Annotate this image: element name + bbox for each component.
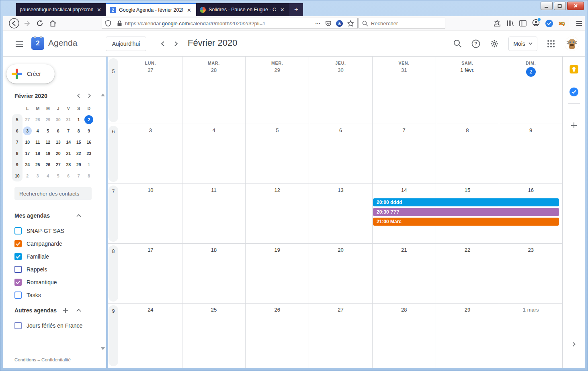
mini-day[interactable]: 17 bbox=[23, 148, 33, 159]
day-cell[interactable]: 8 bbox=[436, 124, 499, 183]
mini-day[interactable]: 28 bbox=[33, 114, 43, 125]
day-cell[interactable]: JEU.30 bbox=[309, 57, 372, 124]
mini-day[interactable]: 29 bbox=[74, 159, 84, 170]
mini-day[interactable]: 13 bbox=[53, 137, 64, 148]
view-selector[interactable]: Mois bbox=[508, 37, 537, 51]
mini-day[interactable]: 20 bbox=[53, 148, 64, 159]
mini-day[interactable]: 27 bbox=[53, 159, 64, 170]
mini-day[interactable]: 25 bbox=[33, 159, 43, 170]
day-cell[interactable]: 20 bbox=[309, 244, 372, 303]
extension-check-icon[interactable] bbox=[545, 20, 553, 27]
my-calendars-header[interactable]: Mes agendas bbox=[14, 212, 95, 219]
day-cell[interactable]: 9 bbox=[499, 124, 562, 183]
tasks-icon[interactable] bbox=[570, 88, 578, 96]
day-cell[interactable]: 1 mars bbox=[499, 304, 562, 368]
day-cell[interactable]: 18 bbox=[182, 244, 246, 303]
address-bar[interactable]: https://calendar.google.com/calendar/r/m… bbox=[102, 18, 358, 29]
day-cell[interactable]: 19 bbox=[245, 244, 309, 303]
day-cell[interactable]: 22 bbox=[436, 244, 499, 303]
mini-day[interactable]: 28 bbox=[64, 159, 74, 170]
mini-day[interactable]: 4 bbox=[43, 170, 53, 181]
day-cell[interactable]: 25 bbox=[182, 304, 246, 368]
maximize-button[interactable] bbox=[554, 2, 566, 10]
calendar-logo[interactable]: 2 bbox=[31, 37, 44, 50]
scroll-up-icon[interactable] bbox=[101, 94, 105, 96]
event-chip[interactable]: 20:00 dddd bbox=[373, 198, 559, 206]
chevron-up-icon[interactable] bbox=[76, 309, 81, 312]
mini-day[interactable]: 6 bbox=[53, 125, 64, 137]
day-cell[interactable]: 3 bbox=[119, 124, 182, 183]
mini-day[interactable]: 21 bbox=[64, 148, 74, 159]
mini-day[interactable]: 7 bbox=[64, 125, 74, 137]
calendar-search-icon[interactable] bbox=[453, 39, 462, 48]
mini-day[interactable]: 15 bbox=[74, 137, 84, 148]
today-circle[interactable]: 2 bbox=[526, 67, 536, 77]
calendar-item[interactable]: Romantique bbox=[3, 276, 106, 289]
get-addons-icon[interactable] bbox=[571, 122, 577, 130]
event-chip[interactable]: 21:00 Marc bbox=[373, 218, 559, 226]
mini-day[interactable]: 8 bbox=[84, 170, 94, 181]
day-cell[interactable]: 10 bbox=[119, 184, 182, 243]
calendar-item[interactable]: SNAP-GT SAS bbox=[3, 224, 106, 237]
pocket-icon[interactable] bbox=[325, 20, 332, 26]
day-cell[interactable]: 11 bbox=[182, 184, 246, 243]
mini-day[interactable]: 19 bbox=[43, 148, 53, 159]
day-cell[interactable]: 28 bbox=[372, 304, 436, 368]
reload-button[interactable] bbox=[34, 17, 46, 29]
day-cell[interactable]: 6 bbox=[309, 124, 372, 183]
checkbox-unchecked[interactable] bbox=[14, 266, 22, 273]
tab-ical[interactable]: pauseenfugue.fr/cli/ical.php?cronT ✕ bbox=[16, 3, 106, 16]
day-cell[interactable]: 29 bbox=[436, 304, 499, 368]
mini-day[interactable]: 2 bbox=[23, 170, 33, 181]
scroll-down-icon[interactable] bbox=[101, 347, 105, 350]
avatar[interactable] bbox=[565, 37, 579, 51]
url-text[interactable]: https://calendar.google.com/calendar/r/m… bbox=[125, 20, 315, 26]
calendar-item[interactable]: Jours fériés en France bbox=[3, 319, 106, 332]
mini-day[interactable]: 8 bbox=[74, 125, 84, 137]
mini-day[interactable]: 23 bbox=[84, 148, 94, 159]
mini-day[interactable]: 31 bbox=[64, 114, 74, 125]
mini-day[interactable]: 12 bbox=[43, 137, 53, 148]
checkbox-checked[interactable] bbox=[14, 279, 22, 286]
tab-close-icon[interactable]: ✕ bbox=[279, 6, 286, 13]
day-cell-today[interactable]: DIM.2 bbox=[499, 57, 562, 124]
day-cell[interactable]: 12 bbox=[245, 184, 309, 243]
bookmark-star-icon[interactable] bbox=[347, 20, 354, 27]
mini-day[interactable]: 24 bbox=[23, 159, 33, 170]
day-cell[interactable]: 4 bbox=[182, 124, 246, 183]
settings-gear-icon[interactable] bbox=[490, 39, 499, 48]
mini-next-icon[interactable] bbox=[84, 92, 95, 100]
home-button[interactable] bbox=[47, 17, 59, 29]
checkbox-checked[interactable] bbox=[14, 253, 22, 260]
mini-day[interactable]: 1 bbox=[74, 114, 84, 125]
sidebar-toggle-icon[interactable] bbox=[519, 20, 527, 26]
minimize-button[interactable] bbox=[541, 2, 553, 10]
forward-button[interactable] bbox=[21, 17, 33, 29]
mini-day[interactable]: 18 bbox=[33, 148, 43, 159]
keep-icon[interactable] bbox=[570, 65, 578, 73]
mini-day-selected[interactable]: 3 bbox=[23, 125, 33, 137]
mini-day[interactable]: 1 bbox=[84, 159, 94, 170]
day-cell[interactable]: VEN.31 bbox=[372, 57, 436, 124]
mini-day[interactable]: 5 bbox=[43, 125, 53, 137]
main-menu-icon[interactable] bbox=[11, 36, 27, 52]
mini-day[interactable]: 9 bbox=[84, 125, 94, 137]
extension-a-icon[interactable]: a bbox=[336, 20, 343, 27]
mini-day[interactable]: 7 bbox=[74, 170, 84, 181]
mini-day[interactable]: 29 bbox=[43, 114, 53, 125]
page-actions-icon[interactable]: ⋯ bbox=[315, 20, 321, 26]
day-cell[interactable]: SAM.1 févr. bbox=[436, 57, 499, 124]
calendar-item[interactable]: Tasks bbox=[3, 289, 106, 302]
back-button[interactable] bbox=[8, 17, 20, 29]
checkbox-unchecked[interactable] bbox=[14, 227, 22, 234]
search-bar[interactable] bbox=[359, 18, 445, 29]
chevron-up-icon[interactable] bbox=[76, 214, 81, 217]
mini-day[interactable]: 27 bbox=[23, 114, 33, 125]
day-cell[interactable]: 13 bbox=[309, 184, 372, 243]
mini-day[interactable]: 26 bbox=[43, 159, 53, 170]
next-month-icon[interactable] bbox=[171, 39, 181, 49]
tab-close-icon[interactable]: ✕ bbox=[186, 7, 193, 14]
lock-icon[interactable] bbox=[117, 20, 122, 26]
mini-day[interactable]: 10 bbox=[23, 137, 33, 148]
other-calendars-header[interactable]: Autres agendas bbox=[14, 307, 95, 314]
